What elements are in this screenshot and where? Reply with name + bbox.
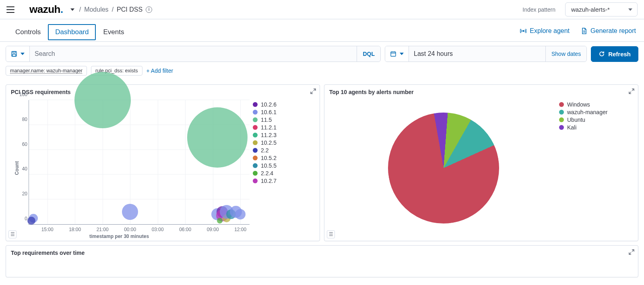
legend-swatch <box>253 133 258 137</box>
logo-text: wazuh <box>29 3 60 16</box>
query-language-toggle[interactable]: DQL <box>357 46 380 62</box>
bubble-point[interactable] <box>235 209 246 219</box>
panel-top-agents: Top 10 agents by alerts number Windowswa… <box>324 84 638 241</box>
explore-agent-label: Explore agent <box>530 27 570 35</box>
legend-swatch <box>253 171 258 176</box>
refresh-label: Refresh <box>608 51 631 57</box>
bubble-legend: 10.2.610.6.111.511.2.111.2.310.2.52.210.… <box>253 98 313 238</box>
legend-item[interactable]: 2.2 <box>253 147 313 154</box>
legend-swatch <box>253 148 258 153</box>
legend-swatch <box>253 163 258 168</box>
x-tick: 12:00 <box>234 227 246 232</box>
legend-swatch <box>253 110 258 115</box>
bubble-point[interactable] <box>122 204 138 220</box>
panel-title: Top requirements over time <box>6 246 638 257</box>
bubble-point[interactable] <box>74 72 131 128</box>
y-tick: 100 <box>15 92 27 97</box>
y-tick: 40 <box>15 166 27 172</box>
legend-item[interactable]: 10.2.7 <box>253 178 313 184</box>
legend-label: 10.5.5 <box>261 162 277 169</box>
add-filter-button[interactable]: + Add filter <box>147 68 173 74</box>
x-tick: 15:00 <box>41 227 54 232</box>
legend-label: 10.2.6 <box>261 101 277 108</box>
breadcrumb-sep: / <box>79 6 81 13</box>
date-quick-select[interactable] <box>385 46 409 62</box>
legend-item[interactable]: 2.2.4 <box>253 170 313 176</box>
legend-item[interactable]: 11.2.3 <box>253 132 313 138</box>
menu-hamburger-icon[interactable] <box>6 6 14 13</box>
expand-icon[interactable] <box>310 88 316 96</box>
legend-item[interactable]: 10.6.1 <box>253 109 313 115</box>
legend-swatch <box>253 125 258 130</box>
breadcrumb-sep: / <box>112 6 114 13</box>
date-group: Last 24 hours Show dates <box>385 46 587 62</box>
bubble-point[interactable] <box>217 218 223 223</box>
antenna-icon <box>520 28 526 34</box>
legend-label: 10.6.1 <box>261 109 277 115</box>
y-tick: 80 <box>15 117 27 122</box>
pie-chart[interactable] <box>331 98 556 238</box>
explore-agent-button[interactable]: Explore agent <box>520 27 570 35</box>
legend-toggle-icon[interactable]: ☰ <box>327 230 335 238</box>
legend-label: 10.2.7 <box>261 178 277 184</box>
breadcrumb: / Modules / PCI DSS i <box>79 6 152 13</box>
bubble-chart[interactable]: Count 02040608010015:0018:0021:0000:0003… <box>12 98 250 238</box>
generate-report-button[interactable]: Generate report <box>581 27 636 35</box>
legend-item[interactable]: 11.5 <box>253 117 313 123</box>
legend-item[interactable]: Windows <box>559 101 632 108</box>
svg-rect-2 <box>13 51 15 53</box>
x-tick: 03:00 <box>152 227 164 232</box>
legend-label: wazuh-manager <box>567 109 607 115</box>
x-tick: 09:00 <box>207 227 219 232</box>
logo[interactable]: wazuh. <box>29 3 63 16</box>
expand-icon[interactable] <box>628 249 635 256</box>
x-tick: 21:00 <box>97 227 109 232</box>
legend-swatch <box>559 125 564 130</box>
tab-controls[interactable]: Controls <box>8 24 48 40</box>
legend-item[interactable]: 10.5.2 <box>253 155 313 161</box>
legend-label: 10.2.5 <box>261 139 277 146</box>
legend-item[interactable]: 10.5.5 <box>253 162 313 169</box>
logo-dot: . <box>60 3 63 16</box>
tab-dashboard[interactable]: Dashboard <box>48 24 96 40</box>
x-tick: 06:00 <box>179 227 191 232</box>
legend-label: Windows <box>567 101 590 108</box>
panel-title: PCI DSS requirements <box>6 85 320 96</box>
search-input[interactable]: Search <box>30 46 357 62</box>
index-pattern-value: wazuh-alerts-* <box>571 6 610 13</box>
y-tick: 20 <box>15 191 27 197</box>
info-icon[interactable]: i <box>146 6 152 13</box>
legend-item[interactable]: 10.2.5 <box>253 139 313 146</box>
query-bar: Search DQL Last 24 hours Show dates Refr… <box>0 42 644 66</box>
legend-label: 11.2.3 <box>261 132 277 138</box>
calendar-icon <box>390 51 396 57</box>
legend-item[interactable]: wazuh-manager <box>559 109 632 115</box>
date-range-display[interactable]: Last 24 hours <box>409 46 545 62</box>
legend-toggle-icon[interactable]: ☰ <box>8 230 17 238</box>
legend-item[interactable]: 11.2.1 <box>253 124 313 131</box>
legend-label: 2.2 <box>261 147 268 154</box>
bubble-point[interactable] <box>27 217 35 225</box>
dashboard-panels-row2: Top requirements over time <box>0 245 644 281</box>
legend-label: Kali <box>567 124 576 131</box>
legend-swatch <box>253 178 258 183</box>
refresh-button[interactable]: Refresh <box>591 46 638 62</box>
legend-item[interactable]: Kali <box>559 124 632 131</box>
saved-query-button[interactable] <box>6 46 30 62</box>
legend-label: 11.5 <box>261 117 272 123</box>
breadcrumb-modules[interactable]: Modules <box>84 6 108 13</box>
tab-events[interactable]: Events <box>96 24 131 40</box>
legend-swatch <box>253 102 258 107</box>
generate-report-label: Generate report <box>590 27 636 35</box>
legend-label: 10.5.2 <box>261 155 277 161</box>
legend-swatch <box>559 117 564 122</box>
legend-label: 11.2.1 <box>261 124 277 131</box>
legend-item[interactable]: Ubuntu <box>559 117 632 123</box>
expand-icon[interactable] <box>628 88 635 96</box>
filter-chip-manager[interactable]: manager.name: wazuh-manager <box>6 66 87 76</box>
app-switcher-caret-icon[interactable] <box>70 8 74 11</box>
legend-item[interactable]: 10.2.6 <box>253 101 313 108</box>
index-pattern-select[interactable]: wazuh-alerts-* <box>565 2 638 16</box>
show-dates-button[interactable]: Show dates <box>545 46 586 62</box>
bubble-point[interactable] <box>187 107 248 168</box>
